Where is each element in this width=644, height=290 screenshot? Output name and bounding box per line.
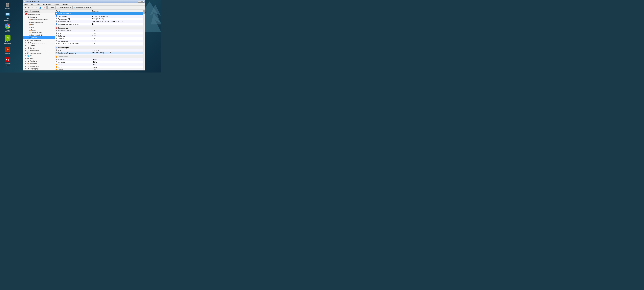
tree-label: Мультимедиа (30, 50, 39, 52)
value-cell: 58 °C (91, 40, 145, 42)
tree-item-summary[interactable]: 📋 Суммарная информация (23, 18, 54, 21)
expand-icon: ▶ (26, 50, 27, 51)
table-row-gpu-fan[interactable]: Графический процессор 1055 RPM (44%) (55, 52, 145, 54)
report-icon: 📄 (48, 7, 50, 8)
fans-label: Вентиляторы (58, 47, 68, 49)
tree-label: Программы (30, 63, 38, 65)
user-button[interactable]: 👤 (39, 6, 42, 9)
driver-update-button[interactable]: 🔍 Обновления драйверов (72, 6, 92, 9)
menu-service[interactable]: Сервис (53, 3, 60, 5)
table-row-intrusion[interactable]: Обнаружено вскрытие кор... Нет (55, 23, 145, 25)
tree-item-hostname[interactable]: 🖥 Имя компьютера (23, 21, 54, 24)
tree-item-sensors[interactable]: 🔵 Датчики (23, 36, 54, 39)
menu-file[interactable]: Файл (24, 3, 28, 5)
menu-view[interactable]: Вид (30, 3, 34, 5)
tree-item-multimedia[interactable]: ▶ 🎵 Мультимедиа (23, 49, 54, 52)
desktop-icon-computer[interactable]: Этоткомпьютер... (2, 11, 13, 22)
menu-help[interactable]: Справка (61, 3, 68, 5)
tree-item-os[interactable]: ▶ 🖥 Операционная система (23, 42, 54, 44)
value-header: Значение (91, 10, 145, 12)
tree-item-programs[interactable]: ▶ 📦 Программы (23, 62, 54, 65)
table-row-cpu-vid[interactable]: CPU VID 1.425 V (55, 61, 145, 63)
table-row-cpu-diode[interactable]: ЦП диод 40 °C (55, 35, 145, 37)
section-temperatures: Температуры (55, 27, 145, 29)
tree-item-security[interactable]: ▶ 🛡 Безопасность (23, 65, 54, 68)
tree-item-computer[interactable]: ▼ 🖥 Компьютер (23, 16, 54, 18)
table-row-sensor-type[interactable]: Тип датчика ITE IT8771F (ISA 290h) (55, 15, 145, 18)
bios-update-button[interactable]: ⬇ Обновления BIOS (56, 6, 72, 9)
chart-button[interactable]: 📈 (42, 6, 46, 9)
table-row-cpu-temp[interactable]: ЦП 41 °C (55, 32, 145, 35)
svg-point-41 (57, 43, 57, 44)
maximize-button[interactable]: □ (140, 1, 142, 3)
desktop-icon-trash[interactable]: Корзина (2, 1, 13, 10)
tree-item-server[interactable]: ▶ 🖧 Сервер (23, 44, 54, 47)
tree-label: Разгон (31, 29, 36, 31)
tree-label: Системная плата (30, 40, 41, 41)
table-row-mb-temp[interactable]: Системная плата 24 °C (55, 29, 145, 32)
back-button[interactable]: ◀ (24, 6, 27, 9)
svg-rect-38 (56, 38, 57, 39)
menu-report[interactable]: Отчёт (36, 3, 41, 5)
report-button[interactable]: 📄 Отчёт (48, 6, 56, 9)
tree-item-power[interactable]: ⚡ Электропитание (23, 31, 54, 34)
tree-item-network[interactable]: ▶ 🌐 Сеть (23, 55, 54, 57)
table-row-12v[interactable]: +12 V 11.736 V (55, 69, 145, 70)
driver-icon: 🔍 (74, 7, 75, 8)
table-row-cpu-fan[interactable]: ЦП 2273 RPM (55, 49, 145, 52)
tree-item-dmi[interactable]: 📦 DMI (23, 24, 54, 26)
table-row-cpu-core-v[interactable]: Ядро ЦП 1.440 V (55, 58, 145, 61)
table-row-5v[interactable]: +5 V 5.100 V (55, 66, 145, 69)
title-bar: 📊 AIDA64 v6.85.6300 _ □ ✕ (23, 0, 145, 3)
table-row-gpu-diode[interactable]: Диод ГП 49 °C (55, 37, 145, 40)
value-cell: 22 °C (91, 42, 145, 45)
field-cell: Тип датчика ГП (55, 18, 91, 20)
tree-item-aida64[interactable]: 64 AIDA64 v6.85.6300 (23, 13, 54, 16)
desktop-icon-aida64-label: aida64 —ярлык (5, 63, 10, 66)
tree-item-config[interactable]: ▶ ⚙ Конфигурация (23, 68, 54, 70)
overclock-tree-icon: 🔥 (29, 29, 31, 31)
menu-panel-button[interactable]: Меню (24, 10, 30, 13)
favorites-panel-button[interactable]: Избранное (30, 10, 40, 13)
desktop-icon-aida64[interactable]: 64 aida64 —ярлык (2, 56, 13, 67)
gpu-sensor-type-icon (56, 18, 57, 20)
refresh-button[interactable]: ↺ (35, 6, 38, 9)
temperatures-label: Температуры (58, 27, 68, 29)
table-row-sensor-props[interactable]: Свойства датчика (55, 12, 145, 15)
tree-item-ipmi[interactable]: 📡 IPMI (23, 26, 54, 29)
table-row-gpu-sensor-type[interactable]: Тип датчика ГП Diode (NV-Diode) (55, 18, 145, 20)
tree-item-database[interactable]: ▶ 🗄 База данных (23, 70, 54, 70)
mb-icon (56, 21, 57, 22)
menu-favorites[interactable]: Избранное (42, 3, 52, 5)
forward-button[interactable]: ▶ (28, 6, 30, 9)
expand-icon: ▶ (26, 55, 27, 57)
desktop-icon-chrome[interactable]: GoogleChrome (2, 23, 13, 33)
33v-icon (56, 64, 57, 65)
table-row-mb[interactable]: Системная плата Asus M5A78L-M LE/USB3 / … (55, 20, 145, 23)
up-button[interactable]: ▲ (31, 6, 34, 9)
svg-rect-31 (56, 21, 56, 21)
tree-item-storage[interactable]: ▶ 💾 Хранение данных (23, 52, 54, 55)
field-cell: Системная плата (55, 29, 91, 32)
tree-item-motherboard[interactable]: ▶ 🔲 Системная плата (23, 39, 54, 42)
table-row-33v[interactable]: +3.3 V 3.265 V (55, 63, 145, 66)
field-cell: ЦП диод (55, 35, 91, 37)
desktop-icon-geforce[interactable]: N GeForceExperience (2, 34, 13, 45)
table-row-hdd-temp[interactable]: WDC WD10EZEX-08WN4A0 22 °C (55, 42, 145, 45)
tree-item-display[interactable]: ▶ 🖵 Дисплей (23, 47, 54, 49)
tree-item-devices[interactable]: ▶ 🔌 Устройства (23, 60, 54, 62)
expand-icon: ▶ (26, 68, 27, 70)
scroll-thumb[interactable] (144, 10, 145, 14)
minimize-button[interactable]: _ (138, 1, 140, 3)
5v-icon (56, 66, 57, 68)
svg-text:64: 64 (6, 58, 9, 61)
tree-item-portable[interactable]: 💻 Портативный ПК (23, 34, 54, 36)
right-panel: Поле Значение Св (55, 10, 145, 70)
desktop-icon-furmark[interactable]: FurMark (2, 46, 13, 55)
field-cell: CPU VID (55, 61, 91, 63)
table-row-gpu-hotspot[interactable]: GPU Hotspot 58 °C (55, 40, 145, 42)
scrollbar[interactable] (143, 10, 145, 70)
tree-item-overclock[interactable]: 🔥 Разгон (23, 29, 54, 31)
close-button[interactable]: ✕ (142, 1, 144, 3)
tree-item-directx[interactable]: ▶ 🎮 DirectX (23, 57, 54, 60)
